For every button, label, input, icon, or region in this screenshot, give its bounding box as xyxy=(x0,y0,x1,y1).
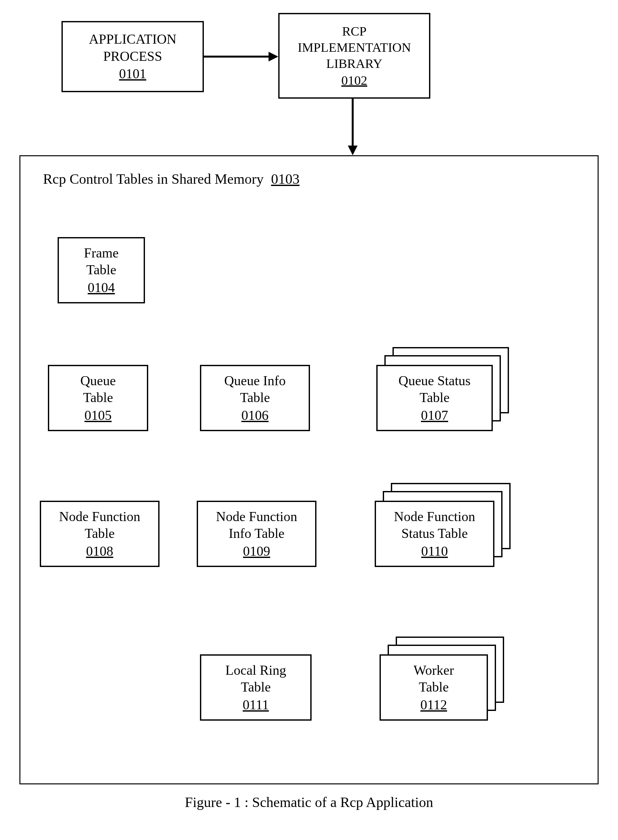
figure-caption: Figure - 1 : Schematic of a Rcp Applicat… xyxy=(13,794,605,810)
label: Queue Info xyxy=(224,372,286,389)
node-function-table-box: Node Function Table 0108 xyxy=(40,501,159,567)
ref-number: 0104 xyxy=(88,279,115,296)
node-function-status-table-box: Node Function Status Table 0110 xyxy=(375,501,495,567)
label: Table xyxy=(86,261,116,279)
label: Node Function xyxy=(59,508,140,525)
label: IMPLEMENTATION xyxy=(298,40,411,56)
queue-info-table-box: Queue Info Table 0106 xyxy=(200,365,310,431)
ref-number: 0105 xyxy=(85,407,111,424)
label: Queue xyxy=(80,372,116,389)
worker-table-box: Worker Table 0112 xyxy=(380,654,488,721)
diagram-canvas: APPLICATION PROCESS 0101 RCP IMPLEMENTAT… xyxy=(13,13,605,827)
label: PROCESS xyxy=(103,48,162,65)
title-text: Rcp Control Tables in Shared Memory xyxy=(43,171,264,187)
label: Table xyxy=(420,389,450,406)
arrow-app-to-lib xyxy=(204,50,278,63)
arrow-lib-to-container xyxy=(346,99,359,155)
label: Info Table xyxy=(229,525,284,542)
label: Table xyxy=(240,389,270,406)
queue-status-table-box: Queue Status Table 0107 xyxy=(376,365,493,431)
label: Node Function xyxy=(216,508,297,525)
label: Worker xyxy=(413,662,454,679)
node-function-info-table-box: Node Function Info Table 0109 xyxy=(197,501,316,567)
label: Table xyxy=(419,678,449,696)
label: Table xyxy=(83,389,113,406)
ref-number: 0112 xyxy=(420,696,447,714)
caption-text: Figure - 1 : Schematic of a Rcp Applicat… xyxy=(185,794,433,810)
label: Local Ring xyxy=(226,662,286,679)
queue-table-box: Queue Table 0105 xyxy=(48,365,148,431)
label: Table xyxy=(85,525,115,542)
label: APPLICATION xyxy=(89,31,177,48)
label: LIBRARY xyxy=(326,56,382,72)
svg-marker-3 xyxy=(348,145,358,155)
ref-number: 0108 xyxy=(86,543,113,560)
frame-table-box: Frame Table 0104 xyxy=(58,237,145,303)
ref-number: 0103 xyxy=(271,171,300,187)
ref-number: 0101 xyxy=(119,65,146,83)
ref-number: 0109 xyxy=(243,543,270,560)
ref-number: 0107 xyxy=(421,407,448,424)
ref-number: 0102 xyxy=(341,73,367,89)
local-ring-table-box: Local Ring Table 0111 xyxy=(200,654,312,721)
ref-number: 0111 xyxy=(243,696,269,714)
label: Table xyxy=(241,678,271,696)
label: RCP xyxy=(342,23,367,40)
application-process-box: APPLICATION PROCESS 0101 xyxy=(61,21,204,92)
label: Node Function xyxy=(394,508,475,525)
label: Status Table xyxy=(401,525,468,542)
ref-number: 0106 xyxy=(241,407,269,424)
shared-memory-container: Rcp Control Tables in Shared Memory 0103… xyxy=(19,155,599,784)
label: Queue Status xyxy=(399,372,471,389)
rcp-library-box: RCP IMPLEMENTATION LIBRARY 0102 xyxy=(278,13,430,99)
label: Frame xyxy=(84,245,119,262)
svg-marker-1 xyxy=(269,52,278,61)
ref-number: 0110 xyxy=(421,543,448,560)
container-title: Rcp Control Tables in Shared Memory 0103 xyxy=(43,171,300,187)
